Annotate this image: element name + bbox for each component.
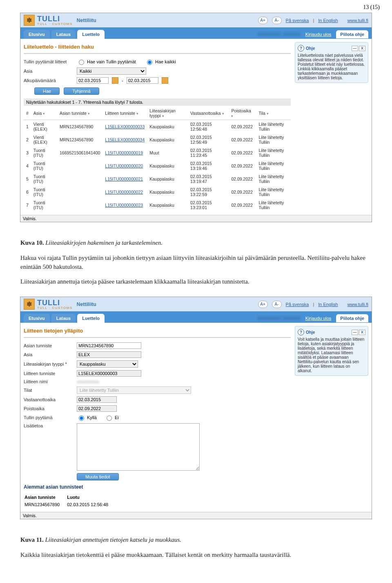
label-tilat: Tilat: [24, 388, 77, 393]
tab-luettelo[interactable]: Luettelo: [77, 30, 105, 39]
vastaanottoaika-input: [77, 396, 117, 403]
date-from-input[interactable]: [77, 77, 109, 84]
screenshot-luettelo: ✽ TULLI TULL · CUSTOMS Nettiliitu A+ A- …: [20, 13, 372, 222]
label-lisatietoa: Lisätietoa: [24, 423, 77, 428]
para-3: Kaikkia liiteasiakirjan tietokenttiä ei …: [20, 551, 372, 560]
col-poistoaika[interactable]: Poistoaika ▾: [229, 107, 256, 120]
user-name-blurred: XXXXXXXX XXXXXX: [257, 32, 301, 37]
calendar-icon[interactable]: [162, 77, 168, 84]
hae-button[interactable]: Hae: [34, 87, 60, 95]
lang-en-link[interactable]: In English: [318, 302, 338, 307]
help-icon: ?: [298, 45, 304, 51]
tilat-select[interactable]: Liite lähetetty Tulliin: [77, 386, 191, 394]
col-tyyppi[interactable]: Liiteasiakirjan tyyppi ▾: [147, 107, 188, 120]
panel-title: Liiteluettelo - liitteiden haku: [24, 42, 291, 54]
logo-subtext: TULL · CUSTOMS: [37, 306, 73, 310]
muuta-tiedot-button[interactable]: Muuta tiedot: [77, 473, 119, 480]
col-liitteen-tunniste[interactable]: Liitteen tunniste ▾: [102, 107, 147, 120]
radio-ei[interactable]: Ei: [105, 414, 119, 421]
liitteen-tunniste-input: [77, 370, 141, 377]
col-vastaanotto[interactable]: Vastaanottoaika ▾: [188, 107, 229, 120]
asia-input: [77, 351, 141, 358]
hide-help-button[interactable]: Piilota ohje: [336, 314, 368, 322]
tyyppi-select[interactable]: Kauppalasku: [77, 360, 138, 368]
logout-link[interactable]: Kirjaudu ulos: [305, 32, 332, 37]
results-table: # Asia ▾ Asian tunniste ▾ Liitteen tunni…: [24, 107, 291, 212]
caption-11: Kuva 11. Liiteasiakirjan annettujen tiet…: [20, 536, 372, 545]
liitteen-nimi-blurred: xxxxxxxxxx: [77, 379, 99, 384]
font-increase-button[interactable]: A+: [258, 17, 268, 24]
col-num[interactable]: #: [24, 107, 31, 120]
help-title: Ohje: [306, 46, 315, 51]
font-decrease-button[interactable]: A-: [272, 301, 282, 308]
lang-sv-link[interactable]: På svenska: [286, 18, 309, 23]
liite-link[interactable]: L15ITU0000000022: [105, 190, 143, 194]
app-name: Nettiliitu: [77, 18, 96, 23]
liite-link[interactable]: L15ELEX000000034: [105, 137, 145, 142]
logo-icon: ✽: [24, 299, 35, 310]
label-vastaanottoaika: Vastaanottoaika: [24, 397, 77, 402]
hide-help-button[interactable]: Piilota ohje: [336, 30, 368, 38]
status-bar: Valmis.: [20, 512, 372, 519]
col-asian-tunniste[interactable]: Asian tunniste ▾: [57, 107, 102, 120]
lisatietoa-textarea[interactable]: [77, 423, 200, 471]
tab-etusivu[interactable]: Etusivu: [24, 30, 50, 39]
site-link[interactable]: www.tulli.fi: [347, 302, 368, 307]
font-increase-button[interactable]: A+: [258, 301, 268, 308]
help-text: Liiteluettelosta näet palvelussa vielä t…: [298, 53, 365, 80]
logo-icon: ✽: [24, 15, 35, 26]
label-asia: Asia: [24, 69, 77, 74]
logout-link[interactable]: Kirjaudu ulos: [305, 316, 332, 321]
tyhjenna-button[interactable]: Tyhjennä: [64, 87, 99, 95]
table-row: MRN1234567890 02.03.2015 12:56:48: [24, 501, 115, 508]
liite-link[interactable]: L15ELEX000000033: [105, 124, 145, 129]
liite-link[interactable]: L15ITU0000000020: [105, 163, 143, 168]
label-poistoaika: Poistoaika: [24, 406, 77, 411]
results-info: Näytetään hakutulokset 1 - 7. Yhteensä h…: [24, 98, 291, 106]
font-decrease-button[interactable]: A-: [272, 17, 282, 24]
label-asia: Asia: [24, 352, 77, 357]
asia-select[interactable]: Kaikki: [77, 67, 146, 75]
user-name-blurred: XXXXXXXX XXXXXX: [257, 316, 301, 321]
minimize-icon[interactable]: —: [352, 330, 358, 335]
close-icon[interactable]: X: [359, 330, 365, 335]
logo-subtext: TULL · CUSTOMS: [37, 22, 73, 26]
lang-en-link[interactable]: In English: [318, 18, 338, 23]
app-name: Nettiliitu: [77, 302, 96, 307]
logo-text: TULLI: [37, 299, 60, 307]
minimize-icon[interactable]: —: [352, 46, 358, 51]
table-row: 7Tuonti (ITU)L15ITU0000000023Kauppalasku…: [24, 199, 291, 212]
col-aiemmat-luotu: Luotu: [67, 494, 115, 500]
label-tyyppi: Liiteasiakirjan tyyppi *: [24, 362, 77, 366]
label-tullin-pyytamat: Tullin pyytämät liitteet: [24, 59, 77, 64]
lang-sv-link[interactable]: På svenska: [286, 302, 309, 307]
radio-kylla[interactable]: Kyllä: [77, 414, 97, 421]
calendar-icon[interactable]: [112, 77, 118, 84]
liite-link[interactable]: L15ITU0000000023: [105, 203, 143, 208]
table-row: 6Tuonti (ITU)L15ITU0000000022Kauppalasku…: [24, 185, 291, 199]
tab-lataus[interactable]: Lataus: [51, 30, 76, 39]
table-row: 4Tuonti (ITU)L15ITU0000000020Kauppalasku…: [24, 159, 291, 172]
radio-hae-kaikki[interactable]: Hae kaikki: [145, 58, 176, 65]
asian-tunniste-input[interactable]: [77, 342, 141, 349]
col-asia[interactable]: Asia ▾: [31, 107, 57, 120]
page-number: 13 (15): [0, 0, 392, 13]
tab-etusivu[interactable]: Etusivu: [24, 314, 50, 323]
close-icon[interactable]: X: [359, 46, 365, 51]
col-tila[interactable]: Tila ▾: [256, 107, 291, 120]
date-to-input[interactable]: [127, 77, 158, 84]
site-link[interactable]: www.tulli.fi: [347, 18, 368, 23]
tabs-row: Etusivu Lataus Luettelo XXXXXXXX XXXXXX …: [20, 27, 372, 39]
radio-hae-vain[interactable]: Hae vain Tullin pyytämät: [77, 58, 136, 65]
tab-luettelo[interactable]: Luettelo: [77, 314, 105, 323]
table-row: 3Tuonti (ITU)16695215061841400L15ITU0000…: [24, 146, 291, 159]
liite-link[interactable]: L15ITU0000000021: [105, 176, 143, 181]
tab-lataus[interactable]: Lataus: [51, 314, 76, 323]
table-row: 5Tuonti (ITU)L15ITU0000000021Kauppalasku…: [24, 172, 291, 185]
label-liitteen-nimi: Liitteen nimi: [24, 379, 77, 384]
liite-link[interactable]: L15ITU0000000019: [105, 150, 143, 155]
help-text: Voit katsella ja muuttaa joitain liittee…: [298, 337, 365, 373]
screenshot-yllapito: ✽ TULLI TULL · CUSTOMS Nettiliitu A+ A- …: [20, 297, 372, 519]
help-box: ? Ohje — X Liiteluettelosta näet palvelu…: [295, 42, 368, 83]
table-row: 2Vienti (ELEX)MRN1234567890L15ELEX000000…: [24, 133, 291, 146]
